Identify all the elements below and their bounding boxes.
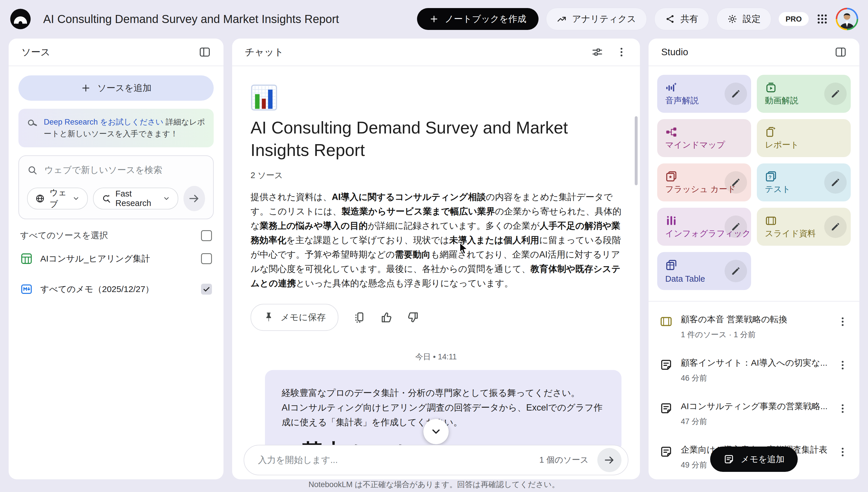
add-source-button[interactable]: ソースを追加: [19, 75, 214, 101]
studio-card-infographic[interactable]: インフォグラフィック: [657, 208, 751, 246]
sources-panel: ソース ソースを追加 Deep Research をお試しください 詳細なレポー…: [9, 39, 224, 479]
copy-icon[interactable]: [353, 311, 366, 324]
studio-card-video[interactable]: 動画解説: [757, 75, 851, 113]
arrow-right-icon: [188, 192, 201, 205]
plus-icon: [80, 83, 91, 93]
card-edit-button[interactable]: [725, 260, 747, 282]
thumbs-up-icon[interactable]: [380, 311, 393, 324]
collapse-studio-panel-icon[interactable]: [835, 46, 847, 58]
select-all-checkbox[interactable]: [201, 230, 212, 241]
svg-text:?: ?: [769, 175, 772, 180]
chat-input[interactable]: 入力を開始します...: [258, 454, 539, 466]
video-icon: [765, 82, 777, 94]
gear-icon: [727, 14, 737, 24]
doc-source-count: 2 ソース: [251, 170, 621, 181]
deep-research-banner: Deep Research をお試しください 詳細なレポートと新しいソースを入手…: [19, 109, 214, 147]
card-edit-button[interactable]: [824, 216, 847, 238]
sources-panel-title: ソース: [21, 46, 50, 59]
notebooklm-logo[interactable]: [10, 8, 31, 30]
web-source-chip[interactable]: ウェブ: [27, 188, 88, 210]
source-label: すべてのメモ（2025/12/27）: [40, 284, 193, 295]
studio-card-mindmap[interactable]: マインドマップ: [657, 119, 751, 157]
pencil-icon: [730, 177, 741, 188]
plus-icon: [429, 14, 439, 24]
spreadsheet-icon: [20, 252, 33, 265]
share-button[interactable]: 共有: [654, 8, 709, 30]
chat-more-menu-icon[interactable]: [616, 46, 627, 58]
pin-icon: [263, 312, 274, 323]
card-edit-button[interactable]: [824, 82, 847, 105]
trending-up-icon: [557, 14, 567, 24]
note-row[interactable]: 顧客の本音 営業戦略の転換1 件のソース · 1 分前: [653, 305, 855, 348]
page-title: AI Consulting Demand Survey and Market I…: [43, 13, 339, 26]
save-to-note-button[interactable]: メモに保存: [251, 304, 338, 331]
studio-card-label: マインドマップ: [665, 139, 725, 151]
search-placeholder: ウェブで新しいソースを検索: [44, 164, 162, 176]
notes-source-icon: [20, 283, 33, 295]
studio-cards-grid: 音声解説動画解説マインドマップレポートフラッシュ カード?テストインフォグラフィ…: [649, 66, 859, 290]
chat-scrollbar[interactable]: [635, 116, 638, 185]
studio-card-audio[interactable]: 音声解説: [657, 75, 751, 113]
chevron-down-icon: [163, 195, 170, 202]
search-icon: [27, 165, 38, 175]
analytics-button[interactable]: アナリティクス: [546, 8, 647, 30]
search-input[interactable]: ウェブで新しいソースを検索: [27, 164, 205, 176]
card-edit-button[interactable]: [824, 171, 847, 194]
studio-card-quiz[interactable]: ?テスト: [757, 164, 851, 201]
note-icon: [659, 358, 673, 371]
avatar[interactable]: [836, 8, 858, 30]
chevron-down-icon: [72, 195, 80, 202]
research-mode-chip[interactable]: Fast Research: [93, 188, 178, 210]
pencil-icon: [730, 88, 741, 99]
report-icon: [765, 126, 777, 138]
create-notebook-button[interactable]: ノートブックを作成: [417, 8, 538, 30]
globe-icon: [35, 194, 45, 203]
card-edit-button[interactable]: [725, 216, 747, 238]
bar-chart-emoji: [251, 84, 278, 111]
search-submit-button[interactable]: [184, 186, 205, 211]
note-menu-icon[interactable]: [837, 403, 848, 414]
send-button[interactable]: [597, 448, 621, 472]
note-row[interactable]: 顧客インサイト：AI導入への切実な...46 分前: [653, 348, 855, 392]
pro-badge: PRO: [779, 12, 809, 26]
chat-panel: チャット AI Consulting Demand Survey and Mar…: [232, 39, 640, 479]
doc-title: AI Consulting Demand Survey and Market I…: [251, 117, 596, 162]
note-row[interactable]: AIコンサルティング事業の営業戦略...47 分前: [653, 392, 855, 435]
studio-card-table[interactable]: Data Table: [657, 252, 751, 290]
deep-research-text[interactable]: Deep Research をお試しください 詳細なレポートと新しいソースを入手…: [44, 116, 206, 140]
studio-card-cards[interactable]: フラッシュ カード: [657, 164, 751, 201]
settings-button[interactable]: 設定: [717, 8, 771, 30]
card-edit-button[interactable]: [725, 82, 747, 105]
source-checkbox[interactable]: [201, 284, 212, 295]
magnifier-icon: [25, 117, 39, 131]
source-row[interactable]: AIコンサル_ヒアリング集計: [19, 245, 214, 272]
collapse-sources-panel-icon[interactable]: [199, 46, 211, 58]
arrow-right-icon: [603, 454, 615, 466]
thumbs-down-icon[interactable]: [407, 311, 420, 324]
note-menu-icon[interactable]: [837, 316, 848, 327]
sparkle-search-icon: [101, 194, 111, 203]
table-icon: [665, 259, 677, 271]
scroll-to-bottom-button[interactable]: [423, 419, 449, 444]
studio-card-report[interactable]: レポート: [757, 119, 851, 157]
source-row[interactable]: すべてのメモ（2025/12/27）: [19, 276, 214, 302]
pencil-icon: [830, 177, 841, 188]
apps-grid-icon[interactable]: [816, 13, 828, 25]
card-edit-button[interactable]: [725, 171, 747, 194]
add-note-button[interactable]: メモを追加: [710, 446, 798, 472]
chat-input-source-count: 1 個のソース: [539, 454, 589, 466]
note-meta: 47 分前: [681, 416, 829, 427]
source-checkbox[interactable]: [201, 253, 212, 264]
note-menu-icon[interactable]: [837, 446, 848, 458]
studio-card-slides[interactable]: スライド資料: [757, 208, 851, 246]
studio-panel: Studio 音声解説動画解説マインドマップレポートフラッシュ カード?テストイ…: [649, 39, 859, 479]
chat-input-bar: 入力を開始します... 1 個のソース: [244, 445, 628, 475]
chat-settings-tune-icon[interactable]: [591, 46, 603, 58]
studio-card-label: スライド資料: [765, 228, 816, 239]
chat-scroll-area: AI Consulting Demand Survey and Market I…: [232, 66, 640, 452]
quiz-icon: ?: [765, 170, 777, 182]
note-menu-icon[interactable]: [837, 359, 848, 371]
disclaimer-text: NotebookLM は不正確な場合があります。回答は再確認してください。: [0, 479, 868, 490]
studio-card-label: 音声解説: [665, 95, 699, 106]
share-icon: [665, 14, 675, 24]
